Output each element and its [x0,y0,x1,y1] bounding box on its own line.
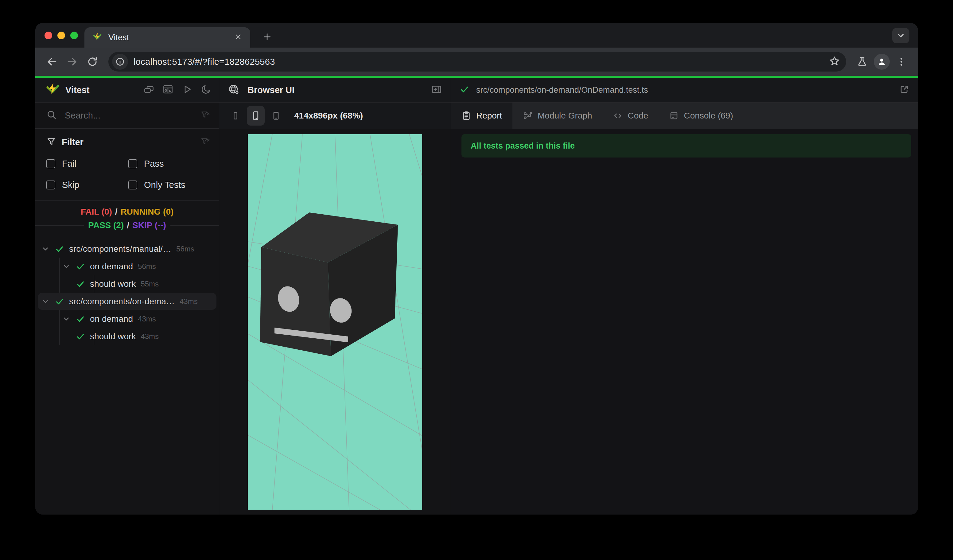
test-duration: 56ms [138,262,156,271]
sidebar-header: Vitest [35,78,219,102]
dark-mode-moon-icon[interactable] [200,84,211,96]
clear-filter-icon[interactable] [200,137,210,148]
pass-check-icon [76,332,85,341]
filter-checkbox-only-tests[interactable]: Only Tests [128,180,210,190]
url-text[interactable]: localhost:5173/#/?file=1828625563 [133,57,823,67]
chevron-down-icon[interactable] [42,298,50,306]
vitest-ui: Vitest [35,78,918,515]
tab-code[interactable]: Code [602,102,658,129]
browser-tab[interactable]: Vitest [84,27,250,48]
forward-button[interactable] [64,53,81,70]
test-duration: 43ms [180,297,198,306]
sidebar: Vitest [35,78,219,515]
device-toolbar: 414x896px (68%) [219,102,451,129]
url-bar[interactable]: localhost:5173/#/?file=1828625563 [109,52,846,71]
site-info-icon[interactable] [112,54,128,70]
dashboard-icon[interactable] [162,84,174,96]
test-duration: 43ms [138,315,156,323]
pass-check-icon [55,297,64,306]
bookmark-star-icon[interactable] [829,56,840,68]
browser-toolbar: localhost:5173/#/?file=1828625563 [35,48,918,76]
search-icon [47,110,57,121]
test-case-row[interactable]: should work 43ms [35,327,219,345]
toggle-panel-right-icon[interactable] [431,84,442,96]
close-window-button[interactable] [45,32,52,39]
browser-preview-panel: Browser UI 414x896px ( [219,78,451,515]
pass-check-icon [76,314,85,324]
checkbox [128,159,137,168]
filter-checkbox-pass[interactable]: Pass [128,159,210,169]
browser-panel-title: Browser UI [247,85,295,95]
running-count: RUNNING (0) [121,207,174,216]
filter-checkbox-skip[interactable]: Skip [47,180,128,190]
pass-check-icon [459,84,469,96]
maximize-window-button[interactable] [70,32,78,39]
device-size-medium-icon[interactable] [247,106,265,126]
filter-options: Fail Pass Skip Only Tests [47,159,210,190]
test-duration: 43ms [141,332,159,341]
chevron-down-icon[interactable] [62,262,70,270]
tab-search-button[interactable] [892,28,910,43]
back-button[interactable] [43,53,61,70]
all-tests-passed-banner: All tests passed in this file [461,134,911,158]
console-icon [669,111,679,121]
search-bar [35,102,219,128]
chevron-down-icon[interactable] [42,245,50,253]
reload-button[interactable] [84,53,101,70]
collapse-panels-icon[interactable] [143,84,154,96]
profile-avatar[interactable] [874,54,890,70]
device-size-large-icon[interactable] [267,106,285,126]
filter-title: Filter [62,137,195,147]
filter-section: Filter Fail Pass [35,129,219,200]
fail-count: FAIL (0) [81,207,112,216]
run-all-tests-icon[interactable] [182,84,192,96]
experiments-flask-icon[interactable] [854,53,871,70]
tab-console[interactable]: Console (69) [658,102,743,129]
open-external-icon[interactable] [899,84,910,96]
test-duration: 56ms [176,245,194,253]
test-suite-row[interactable]: on demand 56ms [35,258,219,275]
tab-module-graph[interactable]: Module Graph [512,102,602,129]
test-case-row[interactable]: should work 55ms [35,275,219,293]
test-suite-row[interactable]: on demand 43ms [35,310,219,327]
test-stats: FAIL (0)/RUNNING (0) PASS (2)/SKIP (--) [35,201,219,237]
search-input[interactable] [65,110,192,121]
code-icon [613,111,622,121]
minimize-window-button[interactable] [57,32,65,39]
pass-count: PASS (2) [88,220,124,230]
test-file-row[interactable]: src/components/manual/… 56ms [35,240,219,258]
vitest-logo-icon [46,82,60,98]
close-tab-icon[interactable] [234,33,242,42]
filter-checkbox-fail[interactable]: Fail [47,159,128,169]
test-file-path: src/components/on-demand/OnDemand.test.t… [476,85,892,95]
report-content: All tests passed in this file [451,129,918,515]
test-tree: src/components/manual/… 56ms on demand 5… [35,237,219,515]
test-file-row-selected[interactable]: src/components/on-dema… 43ms [35,293,219,310]
new-tab-button[interactable] [262,32,272,43]
test-viewport[interactable] [248,134,422,510]
menu-kebab-icon[interactable] [893,53,910,70]
viewport-size-label: 414x896px (68%) [294,111,363,121]
app-title: Vitest [65,85,89,95]
banner-text: All tests passed in this file [471,141,575,151]
report-tabs: Report Module Graph Code Console (69) [451,102,918,129]
pass-check-icon [76,279,85,289]
preview-area [219,129,451,515]
globe-icon [228,84,239,96]
browser-window: Vitest [35,23,918,515]
module-graph-icon [523,111,533,121]
checkbox [128,180,137,189]
clear-search-filter-icon[interactable] [200,110,210,121]
test-duration: 55ms [141,280,159,288]
tab-title: Vitest [109,33,228,42]
skip-count: SKIP (--) [132,220,166,230]
tab-strip: Vitest [35,23,918,48]
pass-check-icon [55,244,64,254]
vitest-favicon-icon [92,32,102,43]
device-size-small-icon[interactable] [227,106,244,126]
filter-funnel-icon [47,137,56,148]
tab-report[interactable]: Report [451,102,512,129]
pass-check-icon [76,262,85,271]
checkbox [47,159,55,168]
chevron-down-icon[interactable] [62,315,70,323]
